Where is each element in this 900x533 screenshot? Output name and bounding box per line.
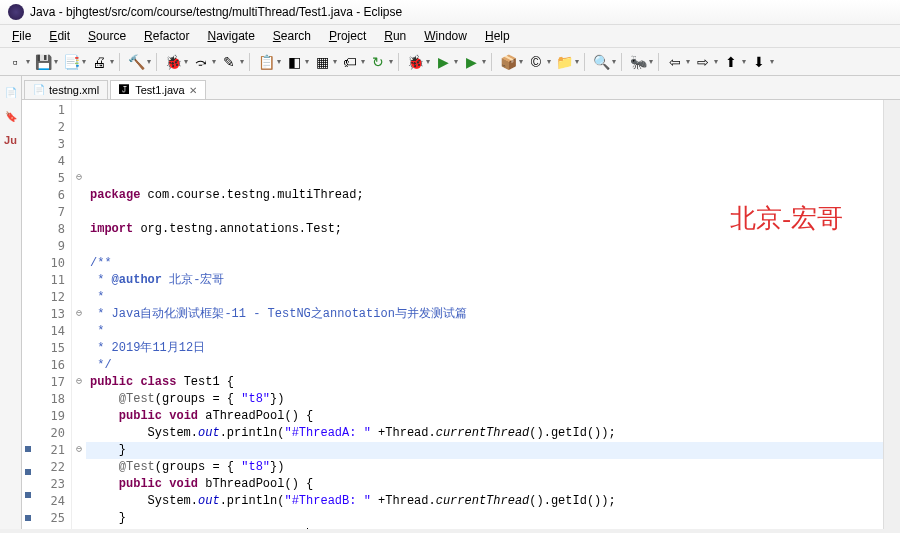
save-dropdown[interactable]: ▾: [54, 57, 58, 66]
breakpoint-slot[interactable]: [22, 321, 34, 338]
breakpoint-slot[interactable]: [22, 355, 34, 372]
code-line[interactable]: public class Test1 {: [90, 374, 879, 391]
breakpoint-slot[interactable]: [22, 304, 34, 321]
breakpoint-slot[interactable]: [22, 270, 34, 287]
fwd-button[interactable]: ⇨: [692, 51, 714, 73]
play-debug-button[interactable]: 🐞: [404, 51, 426, 73]
code-line[interactable]: *: [90, 323, 879, 340]
next-ann-dropdown[interactable]: ▾: [770, 57, 774, 66]
skip-bp-dropdown[interactable]: ▾: [212, 57, 216, 66]
menu-search[interactable]: Search: [265, 27, 319, 45]
build-button[interactable]: 🔨: [125, 51, 147, 73]
back-dropdown[interactable]: ▾: [686, 57, 690, 66]
refresh-green-dropdown[interactable]: ▾: [389, 57, 393, 66]
breakpoint-ruler[interactable]: [22, 100, 34, 529]
breakpoint-slot[interactable]: [22, 219, 34, 236]
breakpoint-slot[interactable]: [22, 134, 34, 151]
run-green-button[interactable]: ▶: [432, 51, 454, 73]
restore-icon[interactable]: 📄: [3, 84, 19, 100]
code-line[interactable]: }: [90, 442, 879, 459]
code-line[interactable]: [90, 204, 879, 221]
save-all-dropdown[interactable]: ▾: [82, 57, 86, 66]
code-line[interactable]: * @author 北京-宏哥: [90, 272, 879, 289]
tab-Test1-java[interactable]: 🅹Test1.java✕: [110, 80, 206, 99]
folder-dropdown[interactable]: ▾: [575, 57, 579, 66]
code-line[interactable]: * 2019年11月12日: [90, 340, 879, 357]
menu-navigate[interactable]: Navigate: [199, 27, 262, 45]
source-editor[interactable]: 北京-宏哥 package com.course.testng.multiThr…: [86, 100, 883, 529]
breakpoint-slot[interactable]: [22, 117, 34, 134]
code-line[interactable]: * Java自动化测试框架-11 - TestNG之annotation与并发测…: [90, 306, 879, 323]
code-line[interactable]: @Test(groups = { "t8"}): [90, 391, 879, 408]
grid-dropdown[interactable]: ▾: [333, 57, 337, 66]
debug-hint-button[interactable]: 🐞: [162, 51, 184, 73]
menu-help[interactable]: Help: [477, 27, 518, 45]
prev-ann-dropdown[interactable]: ▾: [742, 57, 746, 66]
folder-button[interactable]: 📁: [553, 51, 575, 73]
tags-button[interactable]: 🏷: [339, 51, 361, 73]
new-class-button[interactable]: ©: [525, 51, 547, 73]
code-line[interactable]: public void aThreadPool() {: [90, 408, 879, 425]
pen-button[interactable]: ✎: [218, 51, 240, 73]
code-line[interactable]: package com.course.testng.multiThread;: [90, 187, 879, 204]
code-line[interactable]: @Test(groups = { "t8"}): [90, 459, 879, 476]
refresh-green-button[interactable]: ↻: [367, 51, 389, 73]
build-dropdown[interactable]: ▾: [147, 57, 151, 66]
grid-button[interactable]: ▦: [311, 51, 333, 73]
toggle-dropdown[interactable]: ▾: [305, 57, 309, 66]
fold-toggle[interactable]: ⊖: [72, 440, 86, 457]
code-line[interactable]: *: [90, 289, 879, 306]
breakpoint-slot[interactable]: [22, 236, 34, 253]
new-dropdown[interactable]: ▾: [26, 57, 30, 66]
search-button[interactable]: 🔍: [590, 51, 612, 73]
play-debug-dropdown[interactable]: ▾: [426, 57, 430, 66]
next-ann-button[interactable]: ⬇: [748, 51, 770, 73]
fold-toggle[interactable]: ⊖: [72, 304, 86, 321]
menu-file[interactable]: File: [4, 27, 39, 45]
menu-edit[interactable]: Edit: [41, 27, 78, 45]
vertical-scrollbar[interactable]: [883, 100, 900, 529]
breakpoint-slot[interactable]: [22, 185, 34, 202]
code-area[interactable]: 1234567891011121314151617181920212223242…: [22, 100, 900, 529]
save-all-button[interactable]: 📑: [60, 51, 82, 73]
toggle-button[interactable]: ◧: [283, 51, 305, 73]
new-pkg-button[interactable]: 📦: [497, 51, 519, 73]
back-button[interactable]: ⇦: [664, 51, 686, 73]
code-line[interactable]: System.out.println("#ThreadB: " +Thread.…: [90, 493, 879, 510]
breakpoint-slot[interactable]: [22, 446, 34, 463]
new-button[interactable]: ▫: [4, 51, 26, 73]
debug-hint-dropdown[interactable]: ▾: [184, 57, 188, 66]
breakpoint-slot[interactable]: [22, 492, 34, 509]
save-button[interactable]: 💾: [32, 51, 54, 73]
menu-project[interactable]: Project: [321, 27, 374, 45]
ant-dropdown[interactable]: ▾: [649, 57, 653, 66]
task-dropdown[interactable]: ▾: [277, 57, 281, 66]
code-line[interactable]: [90, 238, 879, 255]
breakpoint-slot[interactable]: [22, 100, 34, 117]
code-line[interactable]: import org.testng.annotations.Test;: [90, 221, 879, 238]
new-class-dropdown[interactable]: ▾: [547, 57, 551, 66]
tab-testng-xml[interactable]: 📄testng.xml: [24, 80, 108, 99]
breakpoint-slot[interactable]: [22, 253, 34, 270]
breakpoint-slot[interactable]: [22, 515, 34, 529]
code-line[interactable]: */: [90, 357, 879, 374]
breakpoint-slot[interactable]: [22, 202, 34, 219]
close-icon[interactable]: ✕: [189, 85, 197, 96]
task-button[interactable]: 📋: [255, 51, 277, 73]
fwd-dropdown[interactable]: ▾: [714, 57, 718, 66]
breakpoint-slot[interactable]: [22, 168, 34, 185]
run-ext-button[interactable]: ▶: [460, 51, 482, 73]
skip-bp-button[interactable]: ⤼: [190, 51, 212, 73]
breakpoint-slot[interactable]: [22, 406, 34, 423]
print-button[interactable]: 🖨: [88, 51, 110, 73]
run-green-dropdown[interactable]: ▾: [454, 57, 458, 66]
menu-source[interactable]: Source: [80, 27, 134, 45]
pen-dropdown[interactable]: ▾: [240, 57, 244, 66]
menu-refactor[interactable]: Refactor: [136, 27, 197, 45]
breakpoint-slot[interactable]: [22, 151, 34, 168]
menu-window[interactable]: Window: [416, 27, 475, 45]
breakpoint-slot[interactable]: [22, 389, 34, 406]
fold-toggle[interactable]: ⊖: [72, 372, 86, 389]
menu-run[interactable]: Run: [376, 27, 414, 45]
code-line[interactable]: public void bThreadPool() {: [90, 476, 879, 493]
